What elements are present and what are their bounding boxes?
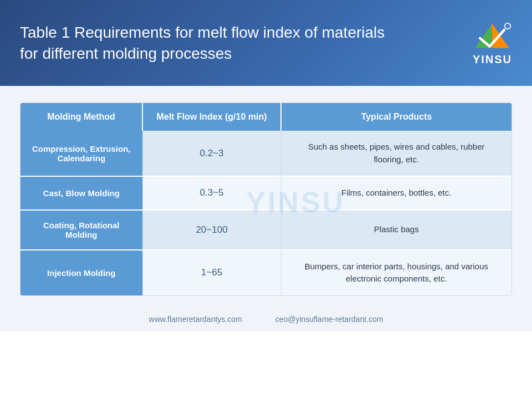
cell-products: Films, containers, bottles, etc. — [281, 176, 511, 210]
cell-products: Plastic bags — [281, 210, 511, 250]
cell-method: Compression, Extrusion, Calendaring — [21, 131, 142, 176]
col-header-products: Typical Products — [281, 103, 511, 131]
cell-products: Bumpers, car interior parts, housings, a… — [281, 250, 511, 295]
table-header-row: Molding Method Melt Flow Index (g/10 min… — [21, 103, 511, 131]
logo: YINSU — [473, 21, 512, 66]
table-wrapper: Molding Method Melt Flow Index (g/10 min… — [20, 103, 512, 296]
cell-method: Cast, Blow Molding — [21, 176, 142, 210]
svg-point-2 — [505, 23, 511, 29]
table-row: Coating, Rotational Molding20~100Plastic… — [21, 210, 511, 250]
logo-text: YINSU — [473, 53, 512, 66]
cell-method: Injection Molding — [21, 250, 142, 295]
cell-mfi: 20~100 — [142, 210, 281, 250]
main-content: YINSU Molding Method Melt Flow Index (g/… — [0, 86, 532, 307]
svg-marker-0 — [475, 23, 493, 48]
cell-method: Coating, Rotational Molding — [21, 210, 142, 250]
table-row: Compression, Extrusion, Calendaring0.2~3… — [21, 131, 511, 176]
table-row: Cast, Blow Molding0.3~5Films, containers… — [21, 176, 511, 210]
logo-icon — [473, 21, 511, 51]
table-row: Injection Molding1~65Bumpers, car interi… — [21, 250, 511, 295]
col-header-mfi: Melt Flow Index (g/10 min) — [142, 103, 281, 131]
header: Table 1 Requirements for melt flow index… — [0, 0, 532, 86]
page-title: Table 1 Requirements for melt flow index… — [20, 22, 397, 64]
col-header-method: Molding Method — [21, 103, 142, 131]
cell-mfi: 1~65 — [142, 250, 281, 295]
footer-website: www.flameretardantys.com — [149, 315, 242, 324]
data-table: Molding Method Melt Flow Index (g/10 min… — [21, 103, 511, 295]
footer-email: ceo@yinsuflame-retardant.com — [275, 315, 383, 324]
footer: www.flameretardantys.com ceo@yinsuflame-… — [0, 307, 532, 331]
cell-products: Such as sheets, pipes, wires and cables,… — [281, 131, 511, 176]
table-container: YINSU Molding Method Melt Flow Index (g/… — [20, 103, 512, 296]
cell-mfi: 0.3~5 — [142, 176, 281, 210]
cell-mfi: 0.2~3 — [142, 131, 281, 176]
